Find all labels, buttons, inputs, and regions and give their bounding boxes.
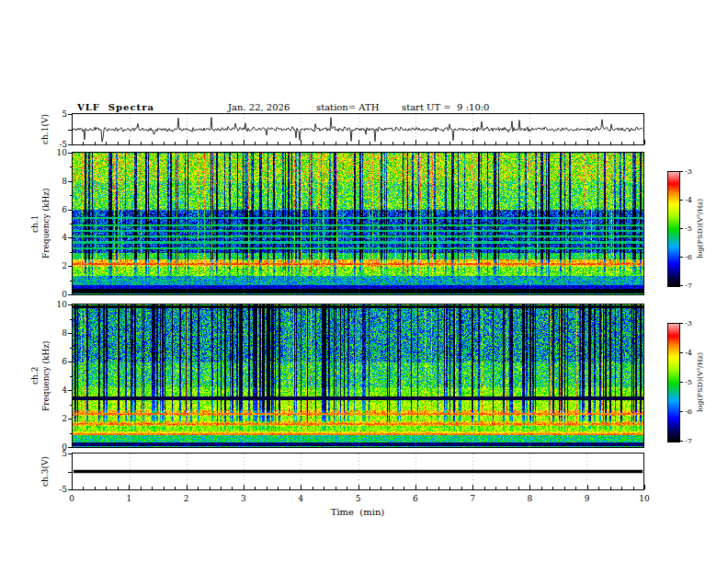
colorbar-tick-label: -4 [685, 196, 692, 204]
x-tick-mark [415, 140, 416, 144]
x-tick-mark [324, 487, 324, 489]
colorbar-tick-mark [680, 352, 683, 353]
y-tick-mark [68, 210, 72, 211]
x-tick-mark [255, 142, 256, 144]
x-tick-mark [518, 142, 519, 144]
x-tick-mark [415, 485, 416, 489]
x-tick-label: 1 [126, 494, 131, 503]
x-tick-mark [313, 142, 313, 144]
x-tick-mark [621, 487, 622, 489]
x-tick-mark [187, 485, 188, 489]
x-tick-mark [72, 140, 73, 144]
x-tick-mark [518, 487, 519, 489]
x-tick-mark [621, 142, 622, 144]
x-tick-mark [83, 487, 84, 489]
x-tick-mark [210, 487, 210, 489]
colorbar1-label: log(PSD)(V²/Hz) [696, 171, 704, 285]
ch1-spec-axis-label-line2: Frequency (kHz) [41, 152, 51, 295]
y-tick-label: 8 [49, 328, 67, 338]
x-tick-label: 4 [298, 494, 303, 503]
x-tick-mark [95, 487, 96, 489]
x-tick-label: 0 [69, 494, 74, 503]
y-tick-label: 6 [49, 357, 67, 366]
colorbar-tick-label: -4 [685, 349, 692, 357]
x-tick-mark [278, 142, 279, 144]
x-tick-mark [290, 142, 290, 144]
y-tick-mark [68, 181, 72, 182]
x-tick-mark [313, 487, 313, 489]
x-tick-mark [449, 142, 450, 144]
y-tick-mark [70, 252, 72, 253]
colorbar-tick-label: -3 [685, 319, 692, 327]
x-tick-mark [129, 485, 130, 489]
y-tick-mark [70, 224, 72, 224]
x-tick-label: 8 [528, 494, 533, 503]
x-tick-mark [541, 142, 542, 144]
x-tick-mark [461, 487, 462, 489]
figure-station: station= ATH [316, 102, 379, 112]
x-tick-mark [347, 142, 347, 144]
x-tick-label: 5 [356, 494, 361, 503]
x-tick-mark [427, 487, 427, 489]
y-tick-label: -5 [49, 140, 67, 149]
y-tick-label: 10 [49, 300, 67, 309]
colorbar-tick-label: -3 [685, 167, 692, 176]
colorbar-tick-mark [680, 257, 683, 258]
x-tick-mark [529, 140, 530, 144]
x-tick-mark [472, 485, 473, 489]
x-tick-label: 3 [241, 494, 246, 503]
x-tick-mark [83, 142, 84, 144]
x-tick-mark [495, 142, 496, 144]
x-tick-mark [575, 142, 576, 144]
x-tick-mark [381, 487, 381, 489]
x-tick-mark [598, 142, 599, 144]
y-tick-mark [68, 266, 72, 267]
x-tick-mark [336, 487, 336, 489]
colorbar-ch2 [667, 323, 680, 442]
y-tick-label: 6 [49, 205, 67, 214]
x-tick-mark [152, 487, 153, 489]
x-tick-mark [210, 142, 210, 144]
y-tick-label: 2 [49, 414, 67, 423]
x-tick-mark [552, 487, 553, 489]
y-tick-label: 8 [49, 177, 67, 186]
x-tick-mark [427, 142, 427, 144]
y-tick-mark [68, 130, 72, 131]
x-tick-mark [152, 142, 153, 144]
y-tick-mark [68, 454, 72, 454]
x-tick-mark [336, 142, 336, 144]
figure-title: VLF Spectra [77, 102, 154, 112]
x-tick-mark [598, 487, 599, 489]
colorbar-tick-label: -5 [685, 378, 692, 386]
x-tick-mark [484, 142, 485, 144]
x-tick-mark [472, 140, 473, 144]
x-tick-mark [564, 487, 565, 489]
ch2-spec-axis-label-line2: Frequency (kHz) [41, 304, 51, 448]
y-tick-mark [68, 333, 72, 334]
x-tick-label: 6 [413, 494, 418, 503]
x-tick-mark [301, 140, 301, 144]
x-tick-mark [129, 140, 130, 144]
x-tick-mark [587, 485, 588, 489]
x-tick-mark [392, 142, 393, 144]
y-tick-mark [68, 114, 72, 115]
x-tick-mark [564, 142, 565, 144]
y-tick-mark [68, 144, 72, 145]
x-tick-mark [164, 487, 165, 489]
y-tick-label: 5 [49, 109, 67, 119]
y-tick-label: 4 [49, 385, 67, 395]
y-tick-mark [68, 472, 72, 473]
x-tick-mark [141, 487, 142, 489]
colorbar-tick-label: -6 [685, 253, 692, 261]
x-tick-mark [449, 487, 450, 489]
colorbar2-label: log(PSD)(V²/Hz) [696, 323, 704, 441]
y-tick-mark [68, 447, 72, 448]
x-tick-mark [187, 140, 188, 144]
y-tick-mark [70, 319, 72, 320]
x-tick-mark [232, 487, 233, 489]
y-tick-mark [70, 376, 72, 377]
x-tick-mark [438, 142, 439, 144]
x-tick-label: 9 [585, 494, 590, 503]
x-tick-mark [358, 140, 359, 144]
x-tick-mark [198, 487, 199, 489]
